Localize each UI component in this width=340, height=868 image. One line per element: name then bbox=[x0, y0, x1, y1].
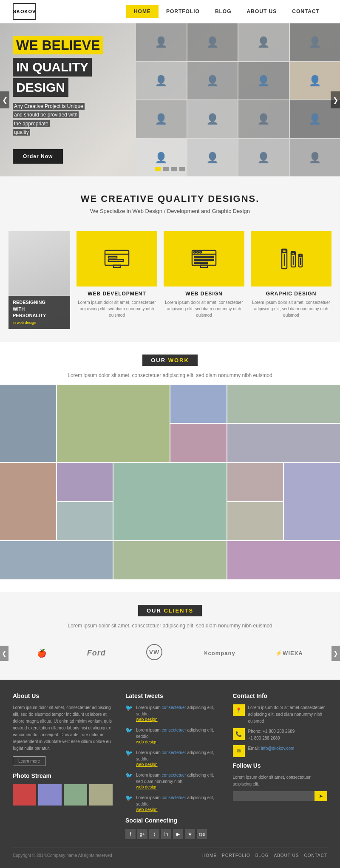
work-item-9[interactable] bbox=[113, 463, 226, 540]
photo-stream bbox=[13, 784, 113, 806]
social-star[interactable]: ★ bbox=[185, 829, 195, 839]
client-vw: VW bbox=[146, 644, 163, 663]
location-icon: 📍 bbox=[233, 704, 245, 716]
work-item-4[interactable] bbox=[227, 385, 340, 423]
hero-photo-11: 👤 bbox=[238, 100, 289, 138]
photo-thumb-4 bbox=[89, 784, 113, 806]
follow-submit-button[interactable]: ➤ bbox=[314, 791, 327, 801]
work-item-6[interactable] bbox=[227, 424, 340, 462]
email-icon: ✉ bbox=[233, 745, 245, 757]
order-now-button[interactable]: Order Now bbox=[13, 149, 63, 164]
tweet-link-1[interactable]: web design bbox=[136, 717, 220, 722]
footer-nav-blog[interactable]: BLOG bbox=[255, 853, 269, 858]
hero-photo-9: 👤 bbox=[136, 100, 187, 138]
hero-dot-1[interactable] bbox=[155, 167, 161, 171]
our-work-tag: OUR WORK bbox=[142, 355, 198, 366]
footer-about-text: Lorem ipsum dolor sit amet, consectetuer… bbox=[13, 704, 113, 752]
hero-dot-2[interactable] bbox=[163, 167, 169, 171]
learn-more-button[interactable]: Learn more bbox=[13, 756, 45, 766]
work-item-7[interactable] bbox=[0, 463, 56, 540]
contact-address-row: 📍 Lorem ipsum dolor sit amet,consectetue… bbox=[233, 704, 328, 725]
nav: HOME PORTFOLIO BLOG ABOUT US CONTACT bbox=[126, 5, 327, 18]
clients-prev-button[interactable]: ❮ bbox=[0, 646, 8, 661]
service-card-webdev: WEB DEVELOPMENT Lorem ipsum dolor sit am… bbox=[76, 231, 157, 329]
social-facebook[interactable]: f bbox=[125, 829, 136, 839]
clients-next-button[interactable]: ❯ bbox=[332, 646, 340, 661]
hero-dot-3[interactable] bbox=[171, 167, 177, 171]
nav-contact[interactable]: CONTACT bbox=[284, 5, 327, 18]
email-link[interactable]: info@skokov.com bbox=[261, 746, 294, 751]
follow-us-text: Lorem ipsum dolor sit amet, consectetuer… bbox=[233, 774, 328, 788]
footer-contact: Contact Info 📍 Lorem ipsum dolor sit ame… bbox=[233, 692, 328, 839]
footer-nav-portfolio[interactable]: PORTFOLIO bbox=[222, 853, 250, 858]
tweet-link-5[interactable]: web design bbox=[136, 807, 220, 812]
tweets-title: Latest tweets bbox=[125, 692, 220, 699]
tweet-link-2[interactable]: web design bbox=[136, 740, 220, 744]
footer-nav: HOME PORTFOLIO BLOG ABOUT US CONTACT bbox=[202, 853, 327, 858]
social-rss[interactable]: rss bbox=[197, 829, 207, 839]
hero-dots bbox=[155, 167, 185, 171]
contact-phone: Phono: +1 800 288 2689 +1 800 288 2689 bbox=[248, 728, 295, 742]
hero-photo-7: 👤 bbox=[238, 62, 289, 100]
svg-rect-12 bbox=[195, 256, 213, 258]
client-ford: Ford bbox=[87, 649, 106, 658]
social-connecting: Social Connecting f g+ t in ▶ ★ rss bbox=[125, 817, 220, 839]
hero-section: 👤 👤 👤 👤 👤 👤 👤 👤 👤 👤 👤 👤 👤 👤 👤 👤 ❮ ❯ WE B… bbox=[0, 23, 340, 176]
work-item-11[interactable] bbox=[284, 463, 340, 540]
service-icon-webdev bbox=[76, 231, 157, 286]
footer-nav-about[interactable]: ABOUT US bbox=[274, 853, 299, 858]
photo-stream-title: Photo Stream bbox=[13, 772, 113, 779]
nav-home[interactable]: HOME bbox=[126, 5, 159, 18]
hero-dot-4[interactable] bbox=[179, 167, 185, 171]
follow-email-input[interactable] bbox=[233, 791, 315, 801]
social-googleplus[interactable]: g+ bbox=[137, 829, 147, 839]
logo-text: SKOKOV bbox=[13, 9, 36, 14]
hero-photo-4: 👤 bbox=[290, 23, 340, 61]
nav-about[interactable]: ABOUT US bbox=[239, 5, 285, 18]
twitter-icon-2: 🐦 bbox=[125, 727, 133, 734]
creative-title: WE CREATIVE QUALITY DESIGNS. bbox=[13, 193, 327, 204]
work-item-16[interactable] bbox=[227, 541, 340, 579]
tweet-item-2: 🐦 Lorem ipsum consectetuer adipiscing el… bbox=[125, 727, 220, 744]
work-item-13[interactable] bbox=[227, 502, 283, 540]
footer-tweets: Latest tweets 🐦 Lorem ipsum consectetuer… bbox=[125, 692, 220, 839]
work-item-15[interactable] bbox=[113, 541, 226, 579]
footer-top: About Us Lorem ipsum dolor sit amet, con… bbox=[13, 692, 327, 848]
hero-title-line2: IN QUALITY bbox=[13, 58, 92, 77]
work-item-1[interactable] bbox=[0, 385, 56, 462]
svg-text:VW: VW bbox=[149, 649, 160, 655]
work-item-14[interactable] bbox=[0, 541, 113, 579]
hero-next-button[interactable]: ❯ bbox=[331, 91, 340, 108]
hero-photo-6: 👤 bbox=[187, 62, 238, 100]
hero-prev-button[interactable]: ❮ bbox=[0, 91, 9, 108]
work-item-3[interactable] bbox=[170, 385, 227, 423]
tweet-item-4: 🐦 Lorem ipsum consectetuer adipiscing el… bbox=[125, 772, 220, 789]
work-item-8[interactable] bbox=[57, 463, 113, 501]
footer-nav-home[interactable]: HOME bbox=[202, 853, 217, 858]
nav-blog[interactable]: BLOG bbox=[207, 5, 239, 18]
tweet-item-5: 🐦 Lorem ipsum consectetuer adipiscing el… bbox=[125, 794, 220, 812]
hero-subtitle-line1: Any Creative Project is Unique bbox=[13, 103, 85, 110]
nav-portfolio[interactable]: PORTFOLIO bbox=[159, 5, 207, 18]
work-item-5[interactable] bbox=[170, 424, 227, 462]
work-item-2[interactable] bbox=[57, 385, 170, 462]
footer-nav-contact[interactable]: CONTACT bbox=[304, 853, 327, 858]
work-item-12[interactable] bbox=[57, 502, 113, 540]
copyright-text: Copyright © 2014.Company name All rights… bbox=[13, 853, 112, 858]
tweet-link-3[interactable]: web design bbox=[136, 762, 220, 767]
social-linkedin[interactable]: in bbox=[161, 829, 171, 839]
tweet-link-4[interactable]: web design bbox=[136, 785, 220, 789]
clients-highlight: CLIENTS bbox=[164, 607, 193, 614]
creative-subtitle: We Specialize in Web Design / Developmen… bbox=[13, 208, 327, 214]
hero-photo-3: 👤 bbox=[238, 23, 289, 61]
client-apple: 🍎 bbox=[37, 649, 47, 658]
contact-address: Lorem ipsum dolor sit amet,consectetuer … bbox=[248, 704, 328, 725]
hero-photo-10: 👤 bbox=[187, 100, 238, 138]
social-icons-list: f g+ t in ▶ ★ rss bbox=[125, 829, 220, 839]
work-grid bbox=[0, 385, 340, 592]
social-twitter[interactable]: t bbox=[149, 829, 159, 839]
svg-rect-18 bbox=[283, 250, 286, 252]
social-youtube[interactable]: ▶ bbox=[173, 829, 183, 839]
phone-icon: 📞 bbox=[233, 728, 245, 740]
work-item-10[interactable] bbox=[227, 463, 283, 501]
